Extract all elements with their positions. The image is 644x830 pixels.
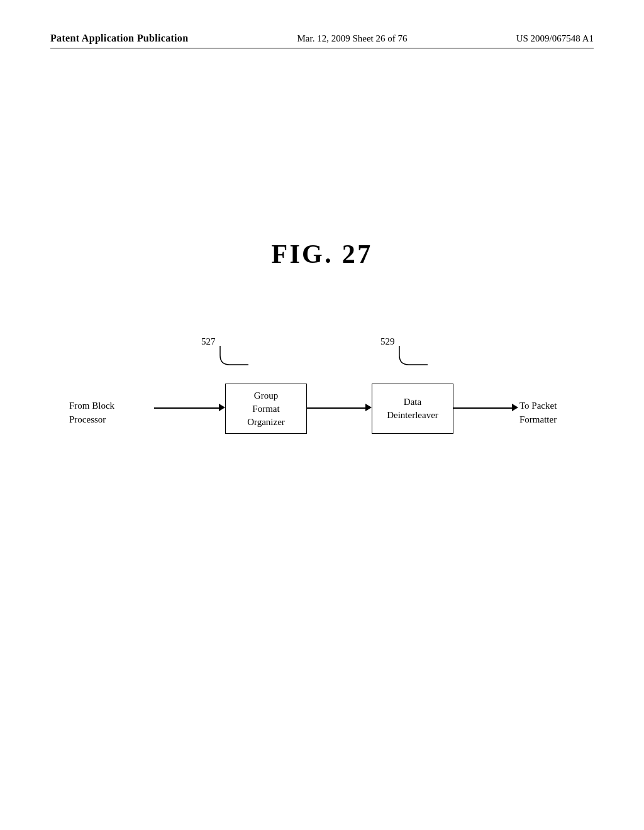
page: Patent Application Publication Mar. 12, … bbox=[0, 0, 644, 830]
arrow-output bbox=[453, 407, 513, 409]
svg-text:527: 527 bbox=[201, 336, 216, 346]
publication-label: Patent Application Publication bbox=[50, 33, 188, 44]
diagram-area: 527 529 From BlockProcessor GroupFormatO… bbox=[50, 333, 594, 534]
output-label: To PacketFormatter bbox=[519, 399, 557, 427]
date-sheet-label: Mar. 12, 2009 Sheet 26 of 76 bbox=[297, 33, 408, 44]
input-label: From BlockProcessor bbox=[69, 399, 114, 427]
ref-529-bracket: 529 bbox=[377, 333, 453, 368]
arrow-input bbox=[154, 407, 220, 409]
svg-text:529: 529 bbox=[380, 336, 395, 346]
arrow-middle-head bbox=[365, 404, 372, 411]
figure-title: FIG. 27 bbox=[0, 239, 644, 269]
arrow-output-head bbox=[512, 404, 518, 411]
arrow-middle bbox=[307, 407, 367, 409]
box-data-deinterleaver: DataDeinterleaver bbox=[372, 384, 453, 434]
patent-number-label: US 2009/067548 A1 bbox=[516, 33, 594, 44]
page-header: Patent Application Publication Mar. 12, … bbox=[50, 33, 594, 48]
box-group-format-organizer: GroupFormatOrganizer bbox=[225, 384, 307, 434]
arrow-input-head bbox=[219, 404, 225, 411]
ref-527-bracket: 527 bbox=[198, 333, 274, 368]
